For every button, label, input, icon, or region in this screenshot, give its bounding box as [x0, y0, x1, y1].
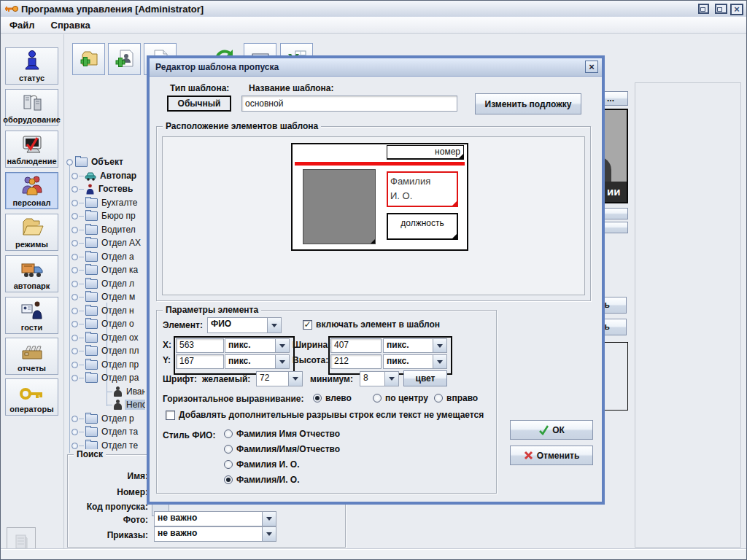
- width-input[interactable]: 407: [330, 338, 382, 353]
- tree-item[interactable]: Отдел та: [65, 425, 145, 438]
- menu-file[interactable]: Файл: [9, 20, 35, 31]
- dialog-titlebar[interactable]: Редактор шаблона пропуска ×: [150, 58, 602, 77]
- red-line-element[interactable]: [295, 162, 465, 166]
- fio-style-option-2[interactable]: Фамилия/Имя/Отчество: [224, 444, 340, 454]
- fio-style-option-4[interactable]: Фамилия/И. О.: [224, 475, 299, 485]
- resize-handle[interactable]: [452, 201, 457, 206]
- sidebar-item-fleet[interactable]: автопарк: [5, 255, 58, 292]
- tree-expand-knob[interactable]: [71, 335, 78, 341]
- tree-item-root[interactable]: Объект: [65, 155, 145, 168]
- font-min-select[interactable]: 8: [360, 371, 399, 386]
- menu-help[interactable]: Справка: [51, 20, 90, 31]
- tree-expand-knob[interactable]: [71, 173, 78, 179]
- tree-item-person-selected[interactable]: Непо: [65, 398, 145, 411]
- ok-button[interactable]: ОК: [510, 420, 593, 440]
- tree-item[interactable]: Отдел пл: [65, 344, 145, 357]
- tree-expand-knob[interactable]: [71, 348, 78, 354]
- tree-item-expanded[interactable]: Отдел ра: [65, 371, 145, 384]
- add-department-button[interactable]: [72, 43, 105, 75]
- change-background-button[interactable]: Изменить подложку: [475, 93, 581, 114]
- fio-element-selected[interactable]: Фамилия И. О.: [387, 171, 458, 207]
- y-unit-select[interactable]: пикс.: [225, 354, 290, 369]
- extra-breaks-option[interactable]: Добавлять дополнительные разрывы строк е…: [166, 410, 484, 420]
- radio[interactable]: [224, 460, 233, 469]
- tree-expand-knob[interactable]: [71, 416, 78, 422]
- chevron-down-icon[interactable]: [275, 339, 289, 352]
- breaks-checkbox[interactable]: [166, 411, 175, 420]
- tree-item[interactable]: Отдел ка: [65, 263, 145, 276]
- font-desired-select[interactable]: 72: [256, 371, 303, 386]
- tree-expand-knob[interactable]: [71, 294, 78, 300]
- tree-expand-knob[interactable]: [71, 254, 78, 260]
- sidebar-item-modes[interactable]: режимы: [5, 214, 58, 251]
- align-left-option[interactable]: влево: [313, 393, 352, 403]
- tree-item[interactable]: Отдел о: [65, 317, 145, 330]
- tree-expand-knob[interactable]: [71, 375, 78, 381]
- fio-style-option-3[interactable]: Фамилия И. О.: [224, 459, 299, 470]
- tree-expand-knob[interactable]: [71, 213, 78, 219]
- chevron-down-icon[interactable]: [433, 339, 446, 352]
- photo-element[interactable]: [303, 169, 376, 244]
- x-input[interactable]: 563: [176, 338, 224, 353]
- height-input[interactable]: 212: [330, 354, 382, 369]
- sidebar-item-personnel[interactable]: персонал: [5, 172, 58, 209]
- sidebar-item-equipment[interactable]: оборудование: [5, 89, 58, 126]
- template-name-input[interactable]: основной: [241, 96, 457, 112]
- tree-item[interactable]: Отдел АХ: [65, 236, 145, 249]
- x-unit-select[interactable]: пикс.: [225, 338, 290, 353]
- resize-handle[interactable]: [452, 234, 457, 238]
- tree-expand-knob[interactable]: [71, 429, 78, 435]
- align-right-option[interactable]: вправо: [434, 393, 478, 403]
- tree-item[interactable]: Гостевь: [65, 182, 145, 195]
- tree-item[interactable]: Бюро пр: [65, 209, 145, 222]
- radio[interactable]: [373, 394, 382, 402]
- cancel-button[interactable]: Отменить: [510, 446, 593, 465]
- tree-expand-knob[interactable]: [71, 308, 78, 314]
- tree-item[interactable]: Автопар: [65, 169, 145, 182]
- tree-expand-knob[interactable]: [71, 443, 78, 449]
- tree-item[interactable]: Отдел а: [65, 250, 145, 263]
- add-person-button[interactable]: [108, 43, 141, 75]
- width-unit-select[interactable]: пикс.: [383, 338, 447, 353]
- tree-item[interactable]: Отдел р: [65, 412, 145, 425]
- radio[interactable]: [224, 429, 233, 438]
- radio[interactable]: [434, 394, 443, 402]
- chevron-down-icon[interactable]: [288, 372, 302, 386]
- chevron-down-icon[interactable]: [267, 318, 281, 332]
- sidebar-item-guests[interactable]: гости: [5, 297, 58, 334]
- sidebar-item-operators[interactable]: операторы: [5, 378, 58, 416]
- color-button[interactable]: цвет: [403, 370, 447, 386]
- radio-selected[interactable]: [224, 475, 233, 484]
- position-element[interactable]: должность: [387, 213, 458, 240]
- tree-expand-knob[interactable]: [71, 267, 78, 273]
- tree-item[interactable]: Отдел л: [65, 277, 145, 290]
- tree-item[interactable]: Отдел н: [65, 304, 145, 317]
- radio-selected[interactable]: [313, 394, 322, 402]
- maximize-button[interactable]: [715, 4, 727, 14]
- tree-expand-knob[interactable]: [71, 227, 78, 233]
- element-select[interactable]: ФИО: [207, 317, 282, 333]
- sidebar-item-reports[interactable]: отчеты: [5, 338, 58, 375]
- number-element[interactable]: номер: [387, 145, 464, 160]
- chevron-down-icon[interactable]: [275, 355, 289, 368]
- resize-handle[interactable]: [459, 154, 463, 158]
- align-center-option[interactable]: по центру: [373, 393, 428, 403]
- tree-item-person[interactable]: Иван: [65, 385, 145, 398]
- tree-item[interactable]: Водител: [65, 223, 145, 236]
- close-button[interactable]: ×: [730, 4, 743, 15]
- chevron-down-icon[interactable]: [262, 512, 276, 526]
- chevron-down-icon[interactable]: [433, 355, 446, 368]
- radio[interactable]: [224, 445, 233, 454]
- tree-expand-knob[interactable]: [71, 362, 78, 368]
- search-photo-select[interactable]: не важно: [154, 511, 276, 526]
- tree-item[interactable]: Отдел ох: [65, 331, 145, 344]
- minimize-button[interactable]: [698, 4, 709, 14]
- tree-expand-knob[interactable]: [71, 240, 78, 246]
- sidebar-item-status[interactable]: статус: [5, 47, 58, 85]
- pass-card-preview[interactable]: номер Фамилия И. О. должность: [291, 143, 468, 251]
- window-titlebar[interactable]: Программа управления [Administrator]: [1, 1, 747, 18]
- height-unit-select[interactable]: пикс.: [383, 354, 447, 369]
- tree-item[interactable]: Отдел м: [65, 290, 145, 303]
- dialog-close-icon[interactable]: ×: [585, 61, 598, 73]
- tree-item[interactable]: Отдел пр: [65, 358, 145, 371]
